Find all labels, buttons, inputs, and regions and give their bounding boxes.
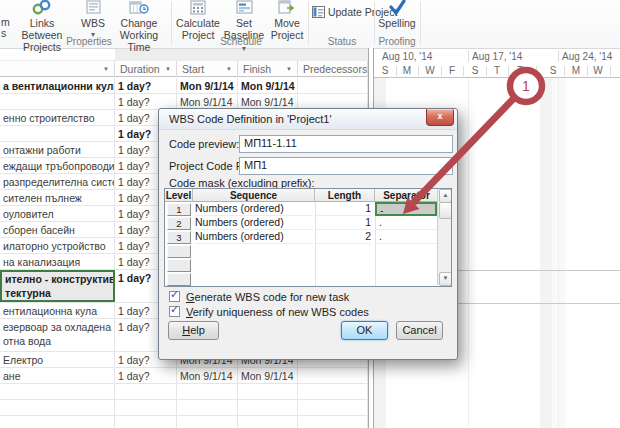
task-finish-cell[interactable] (238, 384, 298, 399)
mask-sequence-cell[interactable]: Numbers (ordered) (195, 202, 313, 216)
task-name-text: ително - конструктивна (5, 272, 113, 286)
task-duration-cell[interactable]: 1 day? (115, 78, 177, 93)
mask-level-cell[interactable]: 1 (167, 203, 191, 216)
ribbon-group-divider (308, 2, 309, 44)
task-start-cell[interactable] (177, 400, 238, 415)
day-tick-divider (418, 66, 419, 76)
task-name-text: а вентилационни кули (3, 79, 114, 93)
task-name-cell[interactable] (0, 416, 115, 428)
task-finish-cell[interactable]: Mon 9/1/14 (238, 368, 298, 383)
filter-arrow-icon[interactable]: ▼ (226, 66, 232, 72)
task-start-cell[interactable]: Mon 9/1/14 (177, 78, 238, 93)
task-duration-cell[interactable]: 1 day? (115, 94, 177, 109)
spelling-icon (377, 0, 417, 16)
task-predecessors-cell[interactable] (298, 416, 368, 428)
task-name-cell[interactable]: сителен пълнеж (0, 190, 115, 205)
task-start-cell[interactable]: Mon 9/1/14 (177, 94, 238, 109)
task-finish-cell[interactable] (238, 400, 298, 415)
table-row (0, 384, 368, 400)
checkbox-box[interactable]: ✓ (169, 291, 180, 302)
change-working-time-icon (108, 0, 170, 16)
task-finish-cell[interactable]: Mon 9/1/14 (238, 94, 298, 109)
code-preview-field[interactable]: МП11-1.11 (239, 135, 453, 153)
task-predecessors-cell[interactable] (298, 78, 368, 93)
finish-column-header[interactable]: Finish ▼ (238, 61, 298, 77)
scroll-up-icon[interactable]: ▲ (439, 189, 452, 203)
mask-level-cell[interactable]: 3 (167, 231, 191, 244)
mask-level-cell-empty[interactable] (167, 273, 191, 286)
task-predecessors-cell[interactable] (298, 384, 368, 399)
task-name-cell[interactable]: ентилационна кула (0, 303, 115, 318)
task-name-cell[interactable] (0, 94, 115, 109)
ok-button[interactable]: OK (341, 321, 388, 340)
duration-column-header[interactable]: Duration ▼ (115, 61, 177, 77)
task-predecessors-cell[interactable] (298, 94, 368, 109)
mask-length-cell[interactable]: 1 (316, 216, 371, 230)
close-icon[interactable]: x (426, 109, 454, 126)
mask-level-cell-empty[interactable] (167, 259, 191, 272)
mask-separator-cell[interactable]: . (376, 230, 437, 244)
week-divider (558, 51, 559, 62)
task-name-cell[interactable]: илаторно устройство (0, 238, 115, 253)
task-name-cell[interactable]: ително - конструктивнатектурна (0, 270, 115, 302)
cancel-button[interactable]: Cancel (396, 321, 443, 340)
task-start-cell[interactable] (177, 384, 238, 399)
predecessors-column-header[interactable]: Predecessors (298, 61, 368, 77)
mask-scrollbar[interactable]: ▲ ▼ (437, 189, 451, 285)
filter-arrow-icon[interactable]: ▼ (286, 66, 292, 72)
task-name-cell[interactable]: разпределителна систе (0, 174, 115, 189)
task-start-cell[interactable]: Mon 9/1/14 (177, 368, 238, 383)
filter-arrow-icon[interactable]: ▼ (165, 66, 171, 72)
task-name-cell[interactable]: енно строителство (0, 110, 115, 125)
task-name-cell[interactable]: ане (0, 368, 115, 383)
task-name-cell[interactable]: оуловител (0, 206, 115, 221)
dialog-title-bar[interactable]: WBS Code Definition in 'Project1' (159, 109, 457, 130)
task-name-cell[interactable]: сборен басейн (0, 222, 115, 237)
task-name-text: ане (3, 369, 114, 383)
task-name-text: еждащи тръбопроводи (3, 159, 114, 173)
table-row (0, 400, 368, 416)
scroll-down-icon[interactable]: ▼ (439, 272, 452, 286)
column-header-label: Start (182, 63, 204, 75)
task-name-cell[interactable] (0, 400, 115, 415)
task-name-cell[interactable] (0, 384, 115, 399)
task-duration-cell[interactable] (115, 416, 177, 428)
mask-level-cell[interactable]: 2 (167, 217, 191, 230)
checkbox-label: Verify uniqueness of new WBS codes (186, 306, 369, 318)
filter-arrow-icon[interactable]: ▼ (103, 66, 109, 72)
task-duration-cell[interactable] (115, 400, 177, 415)
task-name-cell[interactable]: онтажни работи (0, 142, 115, 157)
task-duration-cell[interactable] (115, 384, 177, 399)
day-tick-divider (587, 66, 588, 76)
task-finish-cell[interactable]: Mon 9/1/14 (238, 78, 298, 93)
ribbon-group-label-proofing: Proofing (377, 36, 417, 47)
mask-level-cell-empty[interactable] (167, 245, 191, 258)
code-preview-label: Code preview: (169, 138, 239, 150)
task-predecessors-cell[interactable] (298, 400, 368, 415)
task-start-cell[interactable] (177, 416, 238, 428)
button-label: Change Working Time (108, 17, 170, 53)
task-predecessors-cell[interactable] (298, 368, 368, 383)
mask-length-cell[interactable]: 1 (316, 202, 371, 216)
task-name-cell[interactable]: Електро (0, 352, 115, 367)
mask-length-cell[interactable]: 2 (316, 230, 371, 244)
task-name-cell[interactable]: на канализация (0, 254, 115, 269)
mask-separator-cell[interactable]: . (376, 216, 437, 230)
start-column-header[interactable]: Start ▼ (177, 61, 238, 77)
task-name-column-header[interactable]: ▼ (0, 61, 115, 77)
mask-header-level: Level (165, 189, 193, 202)
project-code-prefix-field[interactable]: МП1 (239, 157, 453, 175)
help-button[interactable]: Help (168, 321, 219, 340)
task-finish-cell[interactable] (238, 416, 298, 428)
task-name-cell[interactable]: езервоар за охладена иотна вода (0, 319, 115, 351)
checkbox-box[interactable]: ✓ (169, 306, 180, 317)
scrollbar-thumb[interactable] (439, 202, 452, 219)
task-duration-cell[interactable]: 1 day? (115, 368, 177, 383)
task-name-cell[interactable] (0, 126, 115, 141)
mask-separator-cell-selected[interactable]: - (375, 202, 437, 216)
task-name-cell[interactable]: еждащи тръбопроводи (0, 158, 115, 173)
mask-sequence-cell[interactable]: Numbers (ordered) (195, 230, 313, 244)
task-name-cell[interactable]: а вентилационни кули (0, 78, 115, 93)
mask-sequence-cell[interactable]: Numbers (ordered) (195, 216, 313, 230)
week-gridline (468, 78, 469, 428)
